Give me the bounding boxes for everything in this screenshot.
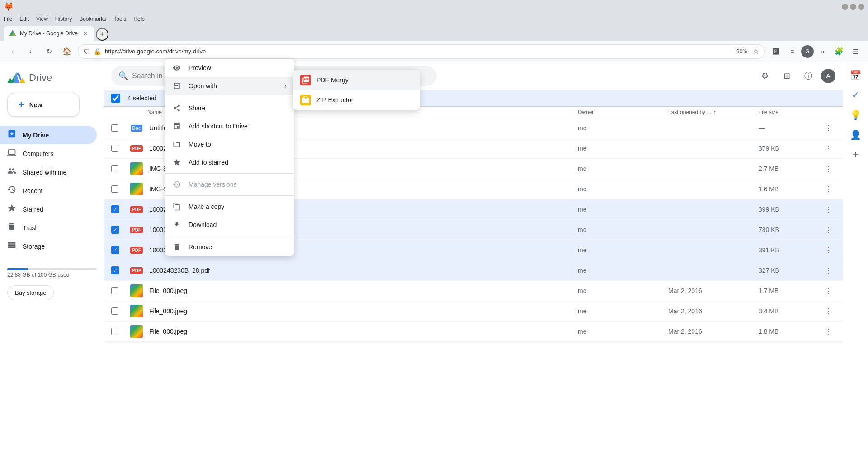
maximize-button[interactable]: □ bbox=[850, 4, 856, 10]
context-menu-add-to-starred[interactable]: Add to starred bbox=[165, 153, 294, 171]
sidebar-item-label-recent: Recent bbox=[23, 187, 42, 194]
context-menu-preview[interactable]: Preview bbox=[165, 59, 294, 77]
menu-view[interactable]: View bbox=[36, 16, 48, 22]
row-checkbox[interactable] bbox=[111, 124, 118, 132]
more-actions-button[interactable]: ⋮ bbox=[821, 222, 835, 237]
context-menu-remove[interactable]: Remove bbox=[165, 238, 294, 256]
forward-button[interactable]: › bbox=[24, 44, 38, 59]
submenu-item-zip-extractor[interactable]: ZIP Extractor bbox=[293, 90, 420, 110]
context-menu-make-copy[interactable]: Make a copy bbox=[165, 198, 294, 216]
add-apps-button[interactable]: + bbox=[847, 146, 865, 164]
row-checkbox[interactable] bbox=[111, 165, 118, 172]
context-menu-share[interactable]: Share bbox=[165, 99, 294, 117]
more-actions-button[interactable]: ⋮ bbox=[821, 304, 835, 318]
zoom-level[interactable]: 90% bbox=[735, 48, 749, 55]
file-owner: me bbox=[578, 287, 668, 294]
tab-close-button[interactable]: ✕ bbox=[81, 30, 89, 37]
sidebar-item-trash[interactable]: Trash bbox=[0, 218, 97, 237]
minimize-button[interactable]: — bbox=[842, 4, 848, 10]
active-tab[interactable]: My Drive - Google Drive ✕ bbox=[4, 26, 94, 41]
menu-edit[interactable]: Edit bbox=[19, 16, 29, 22]
address-url[interactable]: https://drive.google.com/drive/my-drive bbox=[105, 48, 731, 55]
sidebar-item-shared-with-me[interactable]: Shared with me bbox=[0, 163, 97, 181]
more-actions-button[interactable]: ⋮ bbox=[821, 141, 835, 156]
context-menu-move-to[interactable]: Move to bbox=[165, 135, 294, 153]
checked-checkbox[interactable]: ✓ bbox=[111, 246, 119, 254]
file-opened: Mar 2, 2016 bbox=[668, 307, 759, 315]
more-actions-button[interactable]: ⋮ bbox=[821, 284, 835, 298]
profile-avatar[interactable]: A bbox=[821, 69, 835, 83]
app-container: Drive + New My Drive Computers bbox=[0, 62, 868, 454]
buy-storage-button[interactable]: Buy storage bbox=[7, 285, 54, 300]
submenu-item-pdf-mergy[interactable]: PDF Mergy bbox=[293, 70, 420, 90]
context-menu-open-with[interactable]: Open with › bbox=[165, 77, 294, 95]
calendar-button[interactable]: 📅 bbox=[847, 66, 865, 84]
extension-icon[interactable]: 🧩 bbox=[832, 44, 846, 59]
pocket-button[interactable]: 🅿 bbox=[769, 44, 783, 59]
sidebar-item-label-shared-with-me: Shared with me bbox=[23, 169, 66, 176]
file-owner: me bbox=[578, 328, 668, 335]
sidebar-item-storage[interactable]: Storage bbox=[0, 237, 97, 255]
more-actions-button[interactable]: ⋮ bbox=[821, 182, 835, 196]
row-checkbox[interactable] bbox=[111, 185, 118, 193]
keep-button[interactable]: 💡 bbox=[847, 106, 865, 124]
context-menu-download[interactable]: Download bbox=[165, 216, 294, 234]
table-row[interactable]: ✓ PDF 1000248230B_28.pdf me 327 KB ⋮ bbox=[104, 260, 843, 281]
checked-checkbox[interactable]: ✓ bbox=[111, 226, 119, 234]
more-actions-button[interactable]: ⋮ bbox=[821, 161, 835, 176]
extensions-button[interactable]: » bbox=[816, 44, 830, 59]
sidebar-item-recent[interactable]: Recent bbox=[0, 181, 97, 200]
shield-icon: 🛡 bbox=[84, 48, 90, 55]
more-actions-button[interactable]: ⋮ bbox=[821, 202, 835, 217]
sidebar-item-computers[interactable]: Computers bbox=[0, 144, 97, 163]
context-menu-add-shortcut[interactable]: Add shortcut to Drive bbox=[165, 117, 294, 135]
checked-checkbox[interactable]: ✓ bbox=[111, 266, 119, 274]
account-button[interactable]: G bbox=[801, 45, 814, 58]
window-controls[interactable]: — □ ✕ bbox=[842, 4, 864, 10]
file-actions: ⋮ bbox=[813, 284, 835, 298]
back-button[interactable]: ‹ bbox=[5, 44, 20, 59]
checked-checkbox[interactable]: ✓ bbox=[111, 205, 119, 213]
filter-button[interactable]: ⚙ bbox=[756, 67, 774, 85]
new-button-label: New bbox=[29, 101, 42, 109]
menu-button[interactable]: ☰ bbox=[848, 44, 863, 59]
table-row[interactable]: File_000.jpeg me Mar 2, 2016 3.4 MB ⋮ bbox=[104, 301, 843, 322]
file-icon: PDF bbox=[129, 202, 144, 217]
table-row[interactable]: File_000.jpeg me Mar 2, 2016 1.7 MB ⋮ bbox=[104, 281, 843, 301]
bookmark-icon[interactable]: ☆ bbox=[753, 47, 759, 56]
close-button[interactable]: ✕ bbox=[858, 4, 864, 10]
toolbar-right: ⚙ ⊞ ⓘ A bbox=[756, 67, 835, 85]
menu-file[interactable]: File bbox=[4, 16, 12, 22]
row-checkbox[interactable] bbox=[111, 145, 118, 152]
row-checkbox-col bbox=[111, 307, 129, 315]
new-tab-button[interactable]: + bbox=[96, 28, 108, 41]
sidebar-item-my-drive[interactable]: My Drive bbox=[0, 126, 97, 144]
drive-logo-icon bbox=[7, 70, 25, 85]
reading-list-button[interactable]: ≡ bbox=[785, 44, 799, 59]
info-button[interactable]: ⓘ bbox=[799, 67, 817, 85]
more-actions-button[interactable]: ⋮ bbox=[821, 324, 835, 339]
row-checkbox[interactable] bbox=[111, 287, 118, 294]
menu-help[interactable]: Help bbox=[133, 16, 145, 22]
header-opened-col[interactable]: Last opened by ... ↑ bbox=[668, 109, 759, 116]
file-actions: ⋮ bbox=[813, 222, 835, 237]
grid-view-button[interactable]: ⊞ bbox=[778, 67, 796, 85]
menu-bookmarks[interactable]: Bookmarks bbox=[79, 16, 106, 22]
table-row[interactable]: File_000.jpeg me Mar 2, 2016 1.8 MB ⋮ bbox=[104, 322, 843, 342]
row-checkbox[interactable] bbox=[111, 307, 118, 315]
new-button[interactable]: + New bbox=[7, 93, 80, 117]
address-bar[interactable]: 🛡 🔒 https://drive.google.com/drive/my-dr… bbox=[78, 44, 765, 59]
menu-tools[interactable]: Tools bbox=[113, 16, 126, 22]
home-button[interactable]: 🏠 bbox=[60, 44, 74, 59]
file-opened: Mar 2, 2016 bbox=[668, 287, 759, 294]
reload-button[interactable]: ↻ bbox=[42, 44, 56, 59]
sidebar-item-starred[interactable]: Starred bbox=[0, 200, 97, 218]
more-actions-button[interactable]: ⋮ bbox=[821, 243, 835, 257]
tasks-button[interactable]: ✓ bbox=[847, 86, 865, 104]
select-all-checkbox[interactable] bbox=[111, 94, 120, 103]
row-checkbox[interactable] bbox=[111, 328, 118, 335]
more-actions-button[interactable]: ⋮ bbox=[821, 263, 835, 278]
more-actions-button[interactable]: ⋮ bbox=[821, 121, 835, 135]
contacts-button[interactable]: 👤 bbox=[847, 126, 865, 144]
menu-history[interactable]: History bbox=[55, 16, 72, 22]
